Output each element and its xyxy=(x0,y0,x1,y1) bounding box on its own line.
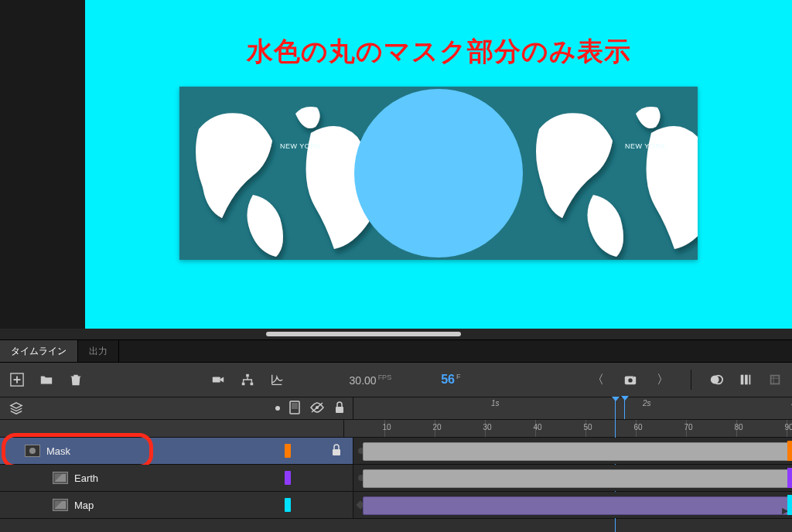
columns-button[interactable] xyxy=(738,372,753,387)
tab-timeline[interactable]: タイムライン xyxy=(0,340,78,362)
layer-color-chip[interactable] xyxy=(285,471,291,485)
clip-edge-icon xyxy=(787,495,792,515)
mask-circle xyxy=(354,89,523,257)
annotation-text: 水色の丸のマスク部分のみ表示 xyxy=(247,34,631,70)
svg-rect-15 xyxy=(771,376,780,384)
clip-earth[interactable] xyxy=(363,469,790,488)
layer-color-chip[interactable] xyxy=(285,498,291,512)
prev-key-button[interactable]: 〈 xyxy=(587,372,609,388)
layer-color-chip[interactable] xyxy=(285,444,291,458)
svg-rect-2 xyxy=(14,379,21,380)
preview-gutter xyxy=(0,0,85,329)
svg-point-8 xyxy=(628,378,632,382)
frame-ruler[interactable]: 10 20 30 40 50 60 70 80 90 xyxy=(344,420,792,437)
tab-output[interactable]: 出力 xyxy=(78,340,119,362)
layer-track-earth[interactable] xyxy=(353,465,792,491)
layers-icon[interactable] xyxy=(9,401,23,416)
layer-row-map[interactable]: Map ▶ xyxy=(0,492,792,519)
map-city-label: NEW YORK xyxy=(280,142,321,150)
svg-rect-4 xyxy=(246,374,249,377)
map-city-label: NEW YORK xyxy=(625,142,666,150)
timeline-frame-ruler-row: 10 20 30 40 50 60 70 80 90 xyxy=(0,420,792,438)
current-frame-display[interactable]: 56F xyxy=(441,373,460,387)
visibility-icon[interactable] xyxy=(309,401,325,416)
timeline-seconds-ruler[interactable]: 1s 2s 3s xyxy=(353,397,792,419)
layer-name-label: Mask xyxy=(46,445,70,457)
layer-row-earth[interactable]: Earth xyxy=(0,465,792,492)
layer-thumb-icon xyxy=(53,472,68,484)
layer-thumb-icon xyxy=(25,445,40,457)
layer-track-map[interactable]: ▶ xyxy=(353,492,792,518)
clip-mask[interactable] xyxy=(363,442,790,461)
svg-rect-20 xyxy=(336,407,343,413)
layer-name-label: Map xyxy=(74,500,94,511)
svg-rect-6 xyxy=(250,383,253,386)
timeline-panel: タイムライン 出力 30.00FPS 56F 〈 A 〉 xyxy=(0,339,792,532)
svg-rect-3 xyxy=(212,377,220,382)
svg-rect-12 xyxy=(741,375,744,385)
svg-text:A: A xyxy=(633,373,637,378)
add-button[interactable] xyxy=(9,372,25,387)
playhead[interactable] xyxy=(624,397,625,419)
composition-canvas[interactable]: 水色の丸のマスク部分のみ表示 xyxy=(85,0,792,329)
svg-rect-17 xyxy=(292,403,298,409)
ruler-gutter xyxy=(0,420,344,437)
layer-track-mask[interactable] xyxy=(353,438,792,464)
svg-rect-14 xyxy=(749,375,751,385)
trash-button[interactable] xyxy=(68,372,84,387)
camera-button[interactable] xyxy=(210,372,226,387)
preview-area: 水色の丸のマスク部分のみ表示 xyxy=(0,0,792,329)
lock-icon[interactable] xyxy=(331,444,342,459)
layer-name-label: Earth xyxy=(74,472,98,484)
timeline-header-row: 1s 2s 3s xyxy=(0,397,792,420)
world-map-layer: NEW YORK NEW YORK xyxy=(179,87,698,260)
folder-button[interactable] xyxy=(39,372,54,387)
fps-display[interactable]: 30.00FPS xyxy=(350,373,392,387)
clip-map[interactable]: ▶ xyxy=(363,496,790,515)
next-key-button[interactable]: 〉 xyxy=(652,372,674,388)
preview-scrollbar[interactable] xyxy=(0,329,792,339)
lock-header-icon[interactable] xyxy=(334,401,345,416)
expand-button[interactable] xyxy=(767,372,783,387)
snapshot-button[interactable]: A xyxy=(623,372,638,387)
panel-tabbar: タイムライン 出力 xyxy=(0,340,792,363)
layer-thumb-icon xyxy=(53,499,68,511)
layer-row-mask[interactable]: Mask xyxy=(0,438,792,465)
layer-header-col xyxy=(0,397,353,419)
clip-edge-icon xyxy=(787,441,792,461)
mask-mode-button[interactable] xyxy=(708,372,724,387)
scrollbar-thumb[interactable] xyxy=(266,332,461,336)
toolbar-divider xyxy=(691,370,691,390)
second-marker-1: 1s xyxy=(491,399,500,408)
svg-rect-13 xyxy=(745,375,748,385)
hierarchy-button[interactable] xyxy=(240,372,255,387)
keyframe-dot-icon xyxy=(275,406,280,411)
svg-rect-5 xyxy=(241,383,244,386)
device-icon[interactable] xyxy=(289,401,300,417)
app-root: 水色の丸のマスク部分のみ表示 xyxy=(0,0,792,532)
svg-rect-21 xyxy=(333,449,340,455)
graph-button[interactable] xyxy=(269,372,285,387)
second-marker-2: 2s xyxy=(643,399,651,408)
timeline-toolbar: 30.00FPS 56F 〈 A 〉 xyxy=(0,363,792,397)
clip-edge-icon xyxy=(787,468,792,488)
